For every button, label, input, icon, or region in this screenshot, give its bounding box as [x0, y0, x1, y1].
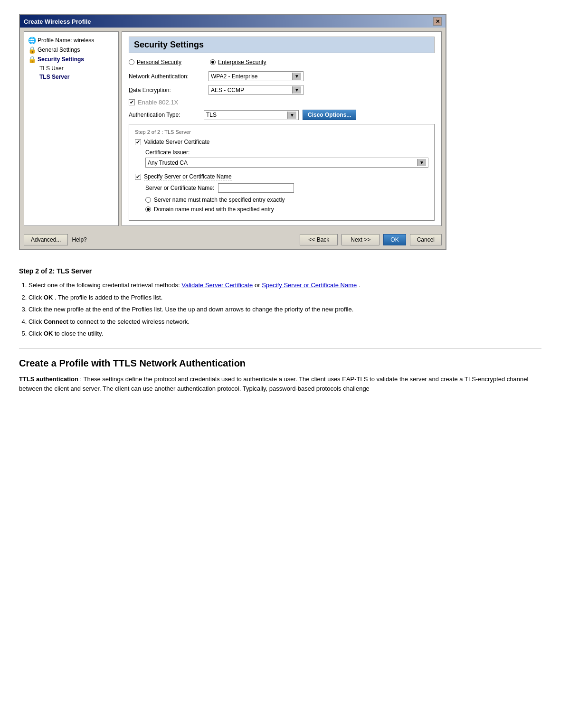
auth-type-select[interactable]: TLS ▼: [204, 110, 299, 120]
enable-8021x-row: ✔ Enable 802.1X: [129, 99, 435, 106]
cancel-button[interactable]: Cancel: [410, 234, 442, 245]
section-body-text: : These settings define the protocol and…: [19, 376, 528, 393]
step-box-title: Step 2 of 2 : TLS Server: [135, 129, 428, 135]
data-encryption-row: Data Encryption: AES - CCMP ▼: [129, 85, 435, 95]
list-item: Click the new profile at the end of the …: [28, 305, 541, 314]
list-item: Click OK . The profile is added to the P…: [28, 293, 541, 302]
instruction-1-period: .: [359, 282, 360, 289]
cert-issuer-value: Any Trusted CA: [148, 160, 188, 166]
advanced-button[interactable]: Advanced...: [24, 234, 68, 245]
radio-exact-label: Server name must match the specified ent…: [154, 197, 285, 203]
server-name-input[interactable]: [218, 183, 294, 193]
instruction-4-suffix: to connect to the selected wireless netw…: [70, 318, 189, 325]
sidebar-label-tls-server: TLS Server: [39, 74, 69, 80]
help-link[interactable]: Help?: [72, 236, 86, 243]
lock-icon-security: 🔒: [28, 56, 36, 63]
data-encryption-select[interactable]: AES - CCMP ▼: [209, 85, 303, 95]
footer-left: Advanced... Help?: [24, 234, 296, 245]
sidebar-label-security: Security Settings: [38, 56, 84, 63]
sidebar-item-tls-user[interactable]: TLS User: [28, 64, 114, 73]
section-body-bold: TTLS authentication: [19, 376, 78, 383]
server-name-label: Server or Certificate Name:: [145, 185, 214, 191]
next-button[interactable]: Next >>: [341, 234, 379, 245]
auth-type-dropdown-arrow[interactable]: ▼: [287, 112, 296, 119]
cert-issuer-select[interactable]: Any Trusted CA ▼: [145, 158, 428, 168]
sidebar-label-general: General Settings: [38, 47, 80, 53]
validate-cert-link[interactable]: Validate Server Certificate: [181, 282, 253, 289]
dialog-footer: Advanced... Help? << Back Next >> OK Can…: [20, 230, 446, 249]
list-item: Click OK to close the utility.: [28, 329, 541, 338]
security-type-row: Personal Security Enterprise Security: [129, 59, 435, 66]
instruction-2-prefix: Click: [28, 294, 44, 301]
radio-domain[interactable]: [145, 207, 151, 212]
specify-cert-checkbox[interactable]: ✔: [135, 174, 141, 180]
specify-cert-link[interactable]: Specify Server or Certificate Name: [262, 282, 357, 289]
sidebar-item-general-settings[interactable]: 🔒 General Settings: [28, 45, 114, 55]
section-title: Create a Profile with TTLS Network Authe…: [19, 358, 541, 369]
dialog-titlebar: Create Wireless Profile ✕: [20, 15, 446, 28]
personal-security-option[interactable]: Personal Security: [129, 59, 181, 66]
data-encryption-value: AES - CCMP: [211, 87, 244, 94]
personal-security-label: Personal Security: [137, 59, 181, 66]
globe-icon: 🌐: [28, 37, 36, 44]
right-panel: Security Settings Personal Security Ente…: [122, 31, 442, 226]
enable-8021x-label: Enable 802.1X: [138, 99, 178, 106]
sidebar-item-profile-name[interactable]: 🌐 Profile Name: wireless: [28, 36, 114, 45]
network-auth-row: Network Authentication: WPA2 - Enterpris…: [129, 71, 435, 81]
instruction-3: Click the new profile at the end of the …: [28, 306, 353, 313]
enterprise-security-label: Enterprise Security: [218, 59, 266, 66]
dialog-wrapper: Create Wireless Profile ✕ 🌐 Profile Name…: [0, 0, 588, 260]
network-auth-label: Network Authentication:: [129, 73, 205, 80]
panel-title: Security Settings: [129, 37, 435, 53]
divider: [19, 348, 541, 348]
instruction-1-before: Select one of the following credential r…: [28, 282, 181, 289]
instruction-2-bold: OK: [44, 294, 53, 301]
validate-cert-checkbox[interactable]: ✔: [135, 139, 141, 145]
ok-button[interactable]: OK: [383, 234, 406, 245]
sidebar-item-tls-server[interactable]: TLS Server: [28, 73, 114, 81]
specify-cert-row[interactable]: ✔ Specify Server or Certificate Name: [135, 173, 428, 180]
personal-security-radio[interactable]: [129, 59, 134, 65]
dialog-close-button[interactable]: ✕: [433, 17, 442, 26]
sidebar-label-tls-user: TLS User: [39, 65, 64, 72]
radio-domain-row[interactable]: Domain name must end with the specified …: [135, 206, 428, 213]
step-box: Step 2 of 2 : TLS Server ✔ Validate Serv…: [129, 124, 435, 221]
data-encryption-label: Data Encryption:: [129, 87, 205, 94]
auth-type-row: Authentication Type: TLS ▼ Cisco Options…: [129, 110, 435, 120]
section-body: TTLS authentication : These settings def…: [19, 375, 541, 394]
data-encryption-dropdown-arrow[interactable]: ▼: [292, 86, 301, 94]
cisco-options-button[interactable]: Cisco Options...: [303, 110, 356, 120]
cert-issuer-label: Certificate Issuer:: [135, 149, 428, 156]
instructions-list: Select one of the following credential r…: [28, 281, 541, 338]
radio-exact[interactable]: [145, 197, 151, 203]
instruction-4-prefix: Click: [28, 318, 44, 325]
radio-domain-label: Domain name must end with the specified …: [154, 206, 274, 213]
instruction-5-bold: OK: [44, 330, 53, 337]
auth-type-label: Authentication Type:: [129, 112, 200, 118]
instruction-1-or: or: [255, 282, 262, 289]
cert-issuer-dropdown-arrow[interactable]: ▼: [417, 159, 426, 166]
radio-exact-row[interactable]: Server name must match the specified ent…: [135, 197, 428, 203]
dialog-title: Create Wireless Profile: [24, 18, 91, 25]
enable-8021x-checkbox[interactable]: ✔: [129, 99, 135, 105]
dialog-body: 🌐 Profile Name: wireless 🔒 General Setti…: [20, 28, 446, 230]
instruction-2-suffix: . The profile is added to the Profiles l…: [55, 294, 162, 301]
validate-cert-label: Validate Server Certificate: [144, 139, 210, 145]
lock-icon-general: 🔒: [28, 46, 36, 54]
network-auth-select[interactable]: WPA2 - Enterprise ▼: [209, 71, 303, 81]
sidebar-label-profile-name: Profile Name: wireless: [38, 37, 94, 44]
create-wireless-profile-dialog: Create Wireless Profile ✕ 🌐 Profile Name…: [19, 14, 446, 250]
sidebar: 🌐 Profile Name: wireless 🔒 General Setti…: [24, 31, 119, 226]
network-auth-value: WPA2 - Enterprise: [211, 73, 257, 80]
back-button[interactable]: << Back: [300, 234, 338, 245]
sidebar-item-security-settings[interactable]: 🔒 Security Settings: [28, 55, 114, 64]
step-heading: Step 2 of 2: TLS Server: [19, 267, 541, 275]
enterprise-security-option[interactable]: Enterprise Security: [210, 59, 266, 66]
data-encryption-underline: D: [129, 87, 133, 94]
enterprise-security-radio[interactable]: [210, 59, 216, 65]
server-name-row: Server or Certificate Name:: [135, 183, 428, 193]
list-item: Click Connect to connect to the selected…: [28, 317, 541, 327]
network-auth-dropdown-arrow[interactable]: ▼: [292, 73, 301, 80]
instruction-4-bold: Connect: [44, 318, 68, 325]
validate-cert-row[interactable]: ✔ Validate Server Certificate: [135, 139, 428, 145]
